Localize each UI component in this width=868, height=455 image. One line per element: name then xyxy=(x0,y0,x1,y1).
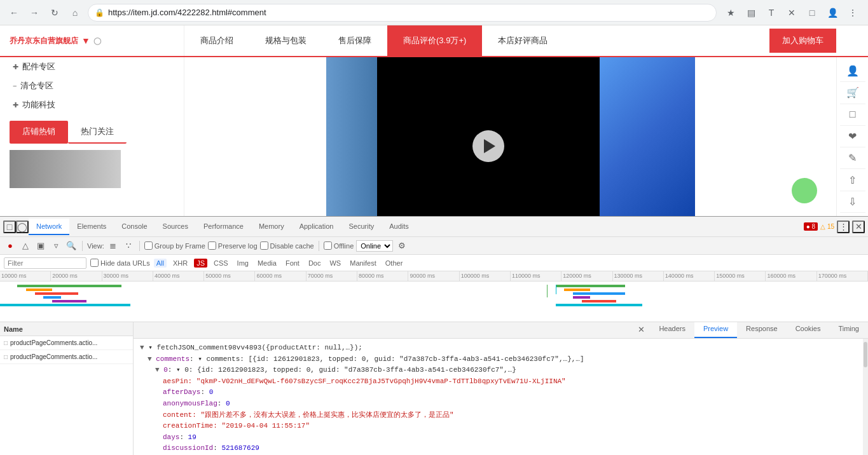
nav-item-1[interactable]: 商品介绍 xyxy=(184,25,249,56)
hide-data-urls-label[interactable]: Hide data URLs xyxy=(90,259,150,267)
home-button[interactable]: ⌂ xyxy=(67,5,83,20)
filter-img[interactable]: Img xyxy=(235,259,251,268)
clear-button[interactable]: △ xyxy=(19,240,32,252)
store-tab-hot-sales[interactable]: 店铺热销 xyxy=(10,121,68,144)
filter-ws[interactable]: WS xyxy=(327,259,343,268)
nav-item-5[interactable]: 本店好评商品 xyxy=(482,25,563,56)
filter-input[interactable] xyxy=(4,257,86,269)
camera-button[interactable]: ▣ xyxy=(34,240,47,252)
right-icon-down[interactable]: ⇩ xyxy=(840,191,865,213)
back-button[interactable]: ← xyxy=(6,5,22,20)
devtools-mobile-btn[interactable]: ◯ xyxy=(16,221,29,233)
filter-css[interactable]: CSS xyxy=(211,259,231,268)
store-tabs: 店铺热销 热门关注 xyxy=(10,121,174,144)
group-by-frame-checkbox[interactable] xyxy=(144,241,153,250)
tab-console[interactable]: Console xyxy=(114,219,155,235)
tab-elements[interactable]: Elements xyxy=(69,219,114,235)
group-by-frame-label[interactable]: Group by Frame xyxy=(144,241,205,250)
preview-tab-response[interactable]: Response xyxy=(737,322,787,338)
tab-sources[interactable]: Sources xyxy=(155,219,196,235)
filter-xhr[interactable]: XHR xyxy=(170,259,190,268)
reload-button[interactable]: ↻ xyxy=(47,5,62,20)
tab-memory[interactable]: Memory xyxy=(251,219,292,235)
left-sidebar: ✚ 配件专区 − 清仓专区 ✚ 功能科技 店铺热销 热门关注 xyxy=(0,57,184,216)
hide-data-urls-checkbox[interactable] xyxy=(90,259,99,267)
disable-cache-checkbox[interactable] xyxy=(260,241,268,250)
preview-tab-timing[interactable]: Timing xyxy=(829,322,868,338)
address-bar[interactable]: 🔒 https://item.jd.com/4222282.html#comme… xyxy=(88,4,717,22)
preview-scrollbar[interactable] xyxy=(863,339,868,455)
sidebar-label-tech: 功能科技 xyxy=(22,99,55,111)
tick-5: 60000 ms xyxy=(255,271,306,281)
view-list-btn[interactable]: ≣ xyxy=(107,240,120,252)
preserve-log-checkbox[interactable] xyxy=(208,241,216,250)
screen-button[interactable]: □ xyxy=(803,4,821,22)
nav-item-4[interactable]: 商品评价(3.9万+) xyxy=(387,25,482,56)
preview-tab-preview[interactable]: Preview xyxy=(694,322,737,338)
filter-font[interactable]: Font xyxy=(283,259,302,268)
tick-13: 140000 ms xyxy=(664,271,715,281)
json-afterDays: afterDays: 0 xyxy=(140,387,857,398)
tick-0: 10000 ms xyxy=(0,271,51,281)
network-row-2[interactable]: □ productPageComments.actio... xyxy=(0,350,133,364)
video-container[interactable] xyxy=(377,57,600,216)
preserve-log-label[interactable]: Preserve log xyxy=(208,241,258,250)
devtools-inspect-btn[interactable]: □ xyxy=(3,221,16,233)
close-detail-btn[interactable]: ✕ xyxy=(633,322,650,338)
tab-performance[interactable]: Performance xyxy=(196,219,251,235)
filter-js[interactable]: JS xyxy=(194,259,207,268)
store-dropdown-icon[interactable]: ▼ xyxy=(81,36,90,46)
devtools-more-btn[interactable]: ⋮ xyxy=(837,221,850,233)
devtools-toolbar: ● △ ▣ ▿ 🔍 View: ≣ ∵ Group by Frame Prese… xyxy=(0,237,868,255)
store-icon2: ◯ xyxy=(93,37,101,45)
preview-tab-headers[interactable]: Headers xyxy=(650,322,694,338)
tab-network[interactable]: Network xyxy=(29,219,69,235)
view-waterfall-btn[interactable]: ∵ xyxy=(122,240,135,252)
throttle-select[interactable]: Online xyxy=(356,240,393,252)
filter-manifest[interactable]: Manifest xyxy=(347,259,379,268)
filter-all[interactable]: All xyxy=(154,259,167,268)
filter-button[interactable]: ▿ xyxy=(50,240,62,252)
tab-application[interactable]: Application xyxy=(292,219,341,235)
settings-btn[interactable]: ⚙ xyxy=(396,240,408,252)
cart-button[interactable]: 加入购物车 xyxy=(769,29,836,53)
network-row-1[interactable]: □ productPageComments.actio... xyxy=(0,336,133,350)
right-icon-screen[interactable]: □ xyxy=(840,104,865,126)
sidebar-item-parts[interactable]: ✚ 配件专区 xyxy=(0,57,184,76)
forward-button[interactable]: → xyxy=(27,5,42,20)
nav-item-2[interactable]: 规格与包装 xyxy=(249,25,322,56)
right-icon-cart[interactable]: 🛒 xyxy=(840,82,865,104)
filter-doc[interactable]: Doc xyxy=(306,259,324,268)
disable-cache-label[interactable]: Disable cache xyxy=(260,241,314,250)
store-tab-popular[interactable]: 热门关注 xyxy=(68,121,127,144)
devtools-close-btn[interactable]: ✕ xyxy=(852,221,865,233)
extension-button[interactable]: ▤ xyxy=(742,4,760,22)
toolbar-divider-1 xyxy=(82,241,83,251)
tab-audits[interactable]: Audits xyxy=(382,219,417,235)
profile-button[interactable]: 👤 xyxy=(823,4,841,22)
video-play-button[interactable] xyxy=(472,130,504,162)
json-line-2: ▼ comments: ▾ comments: [{id: 1261290182… xyxy=(140,354,857,365)
filter-media[interactable]: Media xyxy=(255,259,279,268)
offline-label[interactable]: Offline xyxy=(324,241,354,250)
star-button[interactable]: ★ xyxy=(722,4,740,22)
sidebar-item-tech[interactable]: ✚ 功能科技 xyxy=(0,95,184,114)
right-icon-edit[interactable]: ✎ xyxy=(840,147,865,169)
x-button[interactable]: ✕ xyxy=(783,4,801,22)
translate-button[interactable]: T xyxy=(762,4,780,22)
sidebar-item-clearance[interactable]: − 清仓专区 xyxy=(0,76,184,95)
filter-other[interactable]: Other xyxy=(383,259,406,268)
search-button[interactable]: 🔍 xyxy=(65,240,78,252)
right-icon-user[interactable]: 👤 xyxy=(840,60,865,82)
menu-button[interactable]: ⋮ xyxy=(844,4,862,22)
tick-10: 110000 ms xyxy=(511,271,561,281)
expand-icon-tech: ✚ xyxy=(13,101,18,109)
devtools: □ ◯ Network Elements Console Sources Per… xyxy=(0,216,868,455)
right-icon-up[interactable]: ⇧ xyxy=(840,169,865,191)
right-icon-favorite[interactable]: ❤ xyxy=(840,126,865,147)
preview-tab-cookies[interactable]: Cookies xyxy=(787,322,830,338)
nav-item-3[interactable]: 售后保障 xyxy=(322,25,387,56)
tab-security[interactable]: Security xyxy=(341,219,382,235)
offline-checkbox[interactable] xyxy=(324,241,332,250)
record-button[interactable]: ● xyxy=(4,240,17,252)
